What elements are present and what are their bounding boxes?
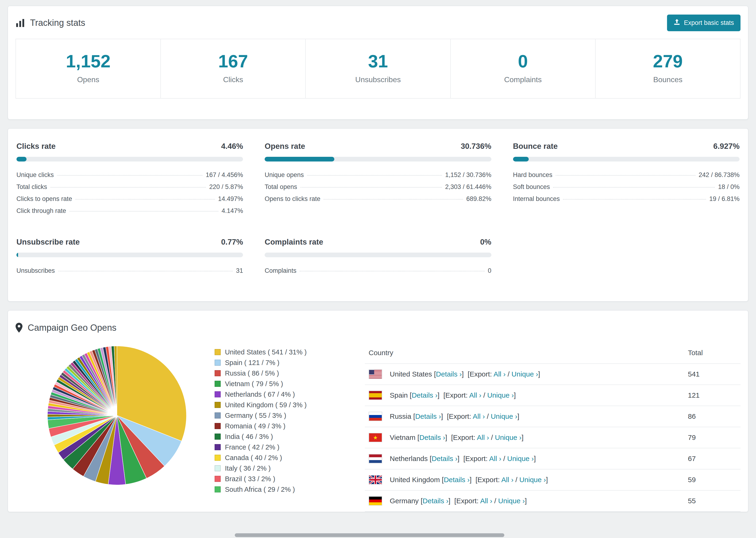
- stat-clicks-value: 167: [161, 51, 305, 71]
- dotted-leader: [324, 199, 463, 199]
- rate-title: Opens rate: [265, 142, 305, 151]
- metric-value: 2,303 / 61.446%: [445, 183, 491, 190]
- legend-swatch: [215, 465, 221, 471]
- export-all-link-germany[interactable]: All ›: [480, 497, 492, 505]
- metric-value: 18 / 0%: [718, 183, 739, 190]
- legend-label: United States ( 541 / 31% ): [225, 348, 307, 356]
- stat-opens-label: Opens: [16, 75, 160, 84]
- legend-label: Vietnam ( 79 / 5% ): [225, 380, 283, 388]
- dotted-leader: [70, 211, 218, 211]
- rate-metric-opens-to-clicks-rate: Opens to clicks rate 689.82%: [265, 193, 491, 205]
- country-text: Russia [Details ›] [Export: All › / Uniq…: [390, 412, 519, 420]
- details-link-vietnam[interactable]: Details ›: [419, 434, 445, 441]
- legend-swatch: [215, 455, 221, 461]
- metric-label: Total clicks: [17, 183, 47, 190]
- stat-opens: 1,152 Opens: [16, 39, 160, 98]
- tracking-stats-title: Tracking stats: [16, 18, 85, 28]
- country-text: United States [Details ›] [Export: All ›…: [390, 370, 540, 378]
- geo-table-header-row: Country Total: [365, 345, 740, 364]
- legend-item-netherlands[interactable]: Netherlands ( 67 / 4% ): [215, 389, 334, 400]
- legend-item-france[interactable]: France ( 42 / 2% ): [215, 442, 334, 453]
- rates-card: Clicks rate 4.46% Unique clicks 167 / 4.…: [8, 128, 748, 301]
- legend-swatch: [215, 391, 221, 398]
- legend-item-united-states[interactable]: United States ( 541 / 31% ): [215, 347, 334, 357]
- country-total: 79: [684, 427, 740, 448]
- geo-table: Country Total United States [Details ›] …: [365, 345, 740, 512]
- legend-label: Canada ( 40 / 2% ): [225, 454, 282, 462]
- country-cell: United States [Details ›] [Export: All ›…: [369, 369, 680, 379]
- country-total: 541: [684, 364, 740, 385]
- export-basic-stats-label: Export basic stats: [684, 19, 734, 27]
- legend-item-india[interactable]: India ( 46 / 3% ): [215, 431, 334, 442]
- details-link-russia[interactable]: Details ›: [415, 412, 441, 420]
- details-link-united-kingdom[interactable]: Details ›: [444, 476, 469, 484]
- export-all-link-united-states[interactable]: All ›: [494, 370, 506, 378]
- legend-item-brazil[interactable]: Brazil ( 33 / 2% ): [215, 474, 334, 484]
- stat-clicks: 167 Clicks: [160, 39, 305, 98]
- legend-item-south-africa[interactable]: South Africa ( 29 / 2% ): [215, 484, 334, 495]
- rate-metric-unique-clicks: Unique clicks 167 / 4.456%: [17, 169, 243, 181]
- dotted-leader: [300, 187, 442, 188]
- stat-clicks-label: Clicks: [161, 75, 305, 84]
- legend-item-germany[interactable]: Germany ( 55 / 3% ): [215, 410, 334, 421]
- country-total: 67: [684, 448, 740, 469]
- export-all-link-russia[interactable]: All ›: [473, 412, 485, 420]
- legend-item-spain[interactable]: Spain ( 121 / 7% ): [215, 357, 334, 368]
- rate-progress-fill: [17, 157, 27, 161]
- stat-complaints-value: 0: [451, 51, 595, 71]
- metric-value: 4.147%: [222, 207, 243, 215]
- country-text: Germany [Details ›] [Export: All › / Uni…: [390, 497, 527, 505]
- metric-value: 220 / 5.87%: [209, 183, 243, 190]
- metric-label: Opens to clicks rate: [265, 195, 320, 202]
- tracking-stats-header: Tracking stats Export basic stats: [16, 15, 740, 31]
- rate-progress-fill: [265, 157, 334, 161]
- export-all-link-spain[interactable]: All ›: [469, 391, 482, 399]
- export-unique-link-spain[interactable]: Unique ›: [487, 391, 514, 399]
- legend-label: South Africa ( 29 / 2% ): [225, 486, 295, 493]
- rate-value: 30.736%: [460, 142, 491, 151]
- geo-pie-svg: [46, 345, 188, 486]
- col-total: Total: [684, 345, 740, 364]
- rate-value: 4.46%: [221, 142, 243, 151]
- rate-metric-click-through-rate: Click through rate 4.147%: [17, 205, 243, 217]
- rate-metric-unsubscribes: Unsubscribes 31: [17, 265, 243, 277]
- rate-progress-track: [513, 157, 739, 161]
- horizontal-scrollbar-thumb[interactable]: [235, 533, 504, 537]
- stat-complaints: 0 Complaints: [450, 39, 595, 98]
- details-link-netherlands[interactable]: Details ›: [432, 455, 458, 462]
- export-unique-link-netherlands[interactable]: Unique ›: [507, 455, 534, 462]
- legend-item-canada[interactable]: Canada ( 40 / 2% ): [215, 453, 334, 463]
- rate-progress-track: [265, 252, 491, 257]
- legend-swatch: [215, 370, 221, 376]
- export-all-link-netherlands[interactable]: All ›: [489, 455, 502, 462]
- export-unique-link-germany[interactable]: Unique ›: [498, 497, 525, 505]
- rate-metric-soft-bounces: Soft bounces 18 / 0%: [513, 181, 739, 193]
- export-unique-link-russia[interactable]: Unique ›: [491, 412, 517, 420]
- stat-opens-value: 1,152: [16, 51, 160, 71]
- legend-swatch: [215, 349, 221, 355]
- legend-item-italy[interactable]: Italy ( 36 / 2% ): [215, 463, 334, 474]
- details-link-spain[interactable]: Details ›: [411, 391, 437, 399]
- export-all-link-vietnam[interactable]: All ›: [477, 434, 489, 441]
- rate-progress-track: [17, 157, 243, 161]
- country-cell: Russia [Details ›] [Export: All › / Uniq…: [369, 412, 680, 421]
- legend-item-vietnam[interactable]: Vietnam ( 79 / 5% ): [215, 379, 334, 389]
- dotted-leader: [307, 175, 442, 176]
- details-link-germany[interactable]: Details ›: [423, 497, 449, 505]
- legend-item-united-kingdom[interactable]: United Kingdom ( 59 / 3% ): [215, 400, 334, 410]
- metric-value: 1,152 / 30.736%: [445, 171, 491, 179]
- export-icon: [674, 19, 680, 27]
- export-all-link-united-kingdom[interactable]: All ›: [501, 476, 513, 484]
- stat-unsubscribes-value: 31: [306, 51, 450, 71]
- legend-label: Italy ( 36 / 2% ): [225, 464, 271, 472]
- export-unique-link-vietnam[interactable]: Unique ›: [495, 434, 521, 441]
- export-unique-link-united-kingdom[interactable]: Unique ›: [519, 476, 546, 484]
- rate-title: Complaints rate: [265, 238, 323, 246]
- legend-swatch: [215, 423, 221, 429]
- export-unique-link-united-states[interactable]: Unique ›: [512, 370, 538, 378]
- export-basic-stats-button[interactable]: Export basic stats: [667, 15, 740, 31]
- legend-item-romania[interactable]: Romania ( 49 / 3% ): [215, 421, 334, 431]
- rate-block-clicks-rate: Clicks rate 4.46% Unique clicks 167 / 4.…: [17, 142, 243, 217]
- details-link-united-states[interactable]: Details ›: [436, 370, 462, 378]
- legend-item-russia[interactable]: Russia ( 86 / 5% ): [215, 368, 334, 379]
